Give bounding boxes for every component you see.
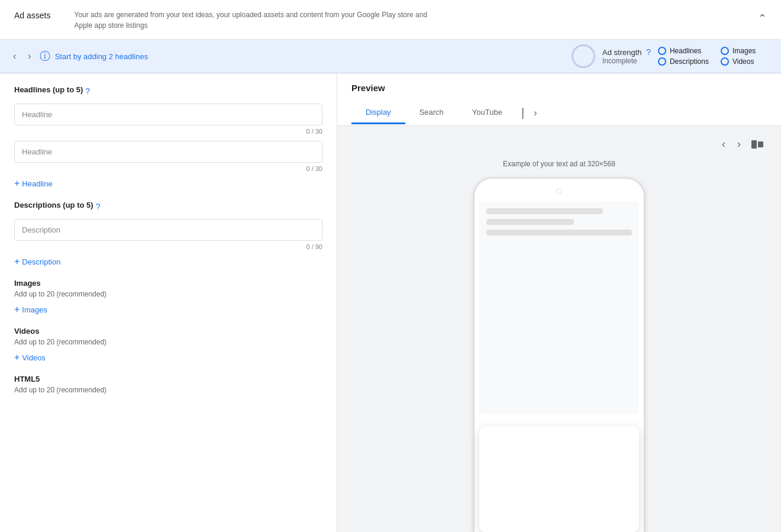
preview-size-label: Example of your text ad at 320×568 <box>503 160 615 168</box>
phone-image-placeholder <box>479 426 639 532</box>
tab-more-icon[interactable]: | <box>517 100 529 125</box>
images-title: Images <box>14 279 322 288</box>
phone-mockup <box>473 178 645 532</box>
headline-input-wrapper-1 <box>14 104 322 125</box>
html5-subtitle: Add up to 20 (recommended) <box>14 386 322 394</box>
add-images-label: Images <box>22 305 47 314</box>
add-headline-button[interactable]: + Headline <box>14 178 53 189</box>
ad-strength-section: Ad strength ? Incomplete Headlines Image… <box>572 44 772 68</box>
descriptions-section-header: Descriptions (up to 5) ? <box>14 201 322 212</box>
ad-assets-title: Ad assets <box>14 11 50 20</box>
descriptions-help-icon[interactable]: ? <box>96 202 101 211</box>
add-headline-label: Headline <box>22 179 52 188</box>
phone-bar-3 <box>486 230 632 236</box>
collapse-icon[interactable]: ⌃ <box>758 12 767 25</box>
tab-chevron-icon[interactable]: › <box>529 102 541 124</box>
headline-input-2[interactable] <box>14 141 322 163</box>
ad-strength-circle <box>572 44 595 68</box>
tab-youtube[interactable]: YouTube <box>458 102 517 124</box>
left-panel: Headlines (up to 5) ? 0 / 30 0 / 30 + He… <box>0 73 337 532</box>
page-container: Ad assets Your ads are generated from yo… <box>0 0 781 532</box>
tab-search[interactable]: Search <box>405 102 458 124</box>
headline-char-count-2: 0 / 30 <box>14 165 322 172</box>
svg-rect-1 <box>758 141 763 147</box>
add-description-label: Description <box>22 257 60 266</box>
check-circle-videos <box>721 57 729 66</box>
ad-strength-status: Incomplete <box>602 57 651 65</box>
preview-body: ‹ › Example of your text ad at 320×568 <box>337 126 781 532</box>
ad-strength-text: Ad strength ? Incomplete <box>602 47 651 65</box>
check-descriptions: Descriptions <box>658 57 709 66</box>
phone-bar-2 <box>486 219 574 225</box>
ad-assets-left: Ad assets Your ads are generated from yo… <box>14 9 429 31</box>
info-icon: ⓘ <box>40 49 50 63</box>
preview-title: Preview <box>351 83 767 93</box>
ad-assets-desc: Your ads are generated from your text id… <box>74 9 429 31</box>
preview-nav-row: ‹ › <box>351 136 767 153</box>
add-images-button[interactable]: + Images <box>14 304 47 315</box>
add-videos-label: Videos <box>22 353 46 362</box>
add-headline-icon: + <box>14 178 20 189</box>
preview-header: Preview Display Search YouTube | › <box>337 73 781 126</box>
html5-section: HTML5 Add up to 20 (recommended) <box>14 375 322 394</box>
preview-prev-button[interactable]: ‹ <box>717 136 730 153</box>
headline-char-count-1: 0 / 30 <box>14 128 322 135</box>
check-circle-headlines <box>658 47 666 55</box>
tab-display[interactable]: Display <box>351 102 405 124</box>
svg-rect-0 <box>751 140 757 149</box>
description-char-count-1: 0 / 90 <box>14 243 322 250</box>
descriptions-title: Descriptions (up to 5) <box>14 201 93 209</box>
main-content: Headlines (up to 5) ? 0 / 30 0 / 30 + He… <box>0 73 781 532</box>
add-images-icon: + <box>14 304 20 315</box>
preview-next-button[interactable]: › <box>732 136 746 153</box>
ad-strength-label: Ad strength ? <box>602 47 651 57</box>
ad-strength-help-icon[interactable]: ? <box>646 47 651 57</box>
check-label-images: Images <box>732 47 756 55</box>
nav-next-button[interactable]: › <box>24 49 34 64</box>
preview-size-toggle[interactable] <box>748 138 767 151</box>
headline-input-1[interactable] <box>14 104 322 125</box>
phone-bar-1 <box>486 208 603 214</box>
headlines-title: Headlines (up to 5) <box>14 85 83 94</box>
description-input-1[interactable] <box>14 219 322 241</box>
images-section: Images Add up to 20 (recommended) + Imag… <box>14 279 322 315</box>
size-toggle-icon <box>751 140 763 149</box>
add-videos-icon: + <box>14 352 20 363</box>
check-label-headlines: Headlines <box>670 47 701 55</box>
images-subtitle: Add up to 20 (recommended) <box>14 290 322 298</box>
ad-assets-header: Ad assets Your ads are generated from yo… <box>0 0 781 40</box>
strength-checks: Headlines Images Descriptions Videos <box>658 47 772 66</box>
videos-section: Videos Add up to 20 (recommended) + Vide… <box>14 327 322 363</box>
check-circle-descriptions <box>658 57 666 66</box>
add-description-icon: + <box>14 256 20 267</box>
check-label-videos: Videos <box>732 57 754 66</box>
description-input-wrapper-1 <box>14 219 322 241</box>
html5-title: HTML5 <box>14 375 322 383</box>
right-panel: Preview Display Search YouTube | › ‹ › <box>337 73 781 532</box>
check-headlines: Headlines <box>658 47 709 55</box>
headline-input-wrapper-2 <box>14 141 322 163</box>
nav-prev-button[interactable]: ‹ <box>9 49 20 64</box>
phone-camera <box>556 188 562 194</box>
preview-tabs: Display Search YouTube | › <box>351 100 767 125</box>
videos-subtitle: Add up to 20 (recommended) <box>14 338 322 346</box>
nav-bar: ‹ › ⓘ Start by adding 2 headlines Ad str… <box>0 40 781 73</box>
headlines-help-icon[interactable]: ? <box>85 86 90 96</box>
nav-hint: Start by adding 2 headlines <box>55 52 149 61</box>
check-videos: Videos <box>721 57 772 66</box>
add-description-button[interactable]: + Description <box>14 256 60 267</box>
phone-screen <box>479 201 639 414</box>
videos-title: Videos <box>14 327 322 336</box>
add-videos-button[interactable]: + Videos <box>14 352 46 363</box>
check-label-descriptions: Descriptions <box>670 57 709 66</box>
check-images: Images <box>721 47 772 55</box>
check-circle-images <box>721 47 729 55</box>
headlines-section-header: Headlines (up to 5) ? <box>14 85 322 96</box>
